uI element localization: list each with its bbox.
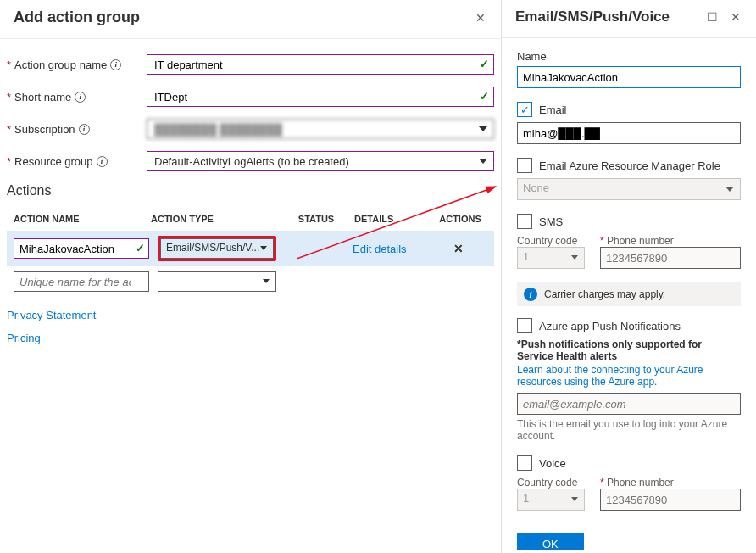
action-type-empty-select[interactable] [158,271,276,292]
push-helper: This is the email you use to log into yo… [517,418,741,442]
table-row-empty [7,266,494,297]
right-panel-title: Email/SMS/Push/Voice [515,8,670,25]
col-action-name: ACTION NAME [7,214,151,224]
voice-country-select: 1 [517,489,585,511]
email-sms-push-voice-panel: Email/SMS/Push/Voice ☐ ✕ Name ✓ Email Em… [502,0,756,553]
close-icon[interactable]: ✕ [729,10,742,24]
row-action-group-name: * Action group name i ✓ [7,54,494,75]
push-note: *Push notifications only supported for S… [517,338,741,362]
ok-button[interactable]: OK [517,533,584,550]
resource-group-select[interactable]: Default-ActivityLogAlerts (to be created… [147,151,494,171]
row-short-name: * Short name i ✓ [7,87,494,107]
info-bar-text: Carrier charges may apply. [544,288,665,300]
voice-phone-input [600,489,741,511]
voice-country-label: Country code [517,477,577,489]
info-icon: i [524,288,537,301]
pricing-link[interactable]: Pricing [7,332,501,344]
action-name-empty-input[interactable] [14,271,149,292]
action-type-select[interactable]: Email/SMS/Push/V... [160,238,274,259]
push-email-input [517,393,741,415]
form-area: * Action group name i ✓ * Short name i ✓… [0,39,501,171]
name-field: Name [517,50,741,88]
email-input[interactable] [517,122,741,144]
footer-links: Privacy Statement Pricing [7,309,501,344]
table-row: ✓ Email/SMS/Push/V... Edit details ✕ [7,231,494,266]
checkmark-icon: ✓ [480,58,489,70]
country-code-label: Country code [517,235,577,247]
arm-role-checkbox[interactable] [517,158,532,173]
sms-cb-label: SMS [539,215,563,228]
table-header: ACTION NAME ACTION TYPE STATUS DETAILS A… [7,207,494,231]
email-field: ✓ Email [517,102,741,144]
checkmark-icon: ✓ [480,90,489,103]
email-checkbox[interactable]: ✓ [517,102,532,117]
row-resource-group: * Resource group i Default-ActivityLogAl… [7,151,494,171]
label-subscription: * Subscription i [7,123,147,136]
push-field: Azure app Push Notifications *Push notif… [517,318,741,442]
email-cb-label: Email [539,103,567,116]
label-short-name: * Short name i [7,91,147,103]
voice-cb-label: Voice [539,457,566,470]
info-icon[interactable]: i [75,92,86,103]
name-label: Name [517,50,741,63]
actions-heading: Actions [7,183,501,198]
left-panel-header: Add action group ✕ [0,0,501,39]
short-name-input[interactable] [147,87,494,107]
subscription-select[interactable]: ████████ ████████ [147,119,494,139]
col-details: DETAILS [354,214,435,224]
maximize-icon[interactable]: ☐ [705,10,719,24]
sms-country-select: 1 [517,247,585,269]
delete-row-icon[interactable]: ✕ [453,242,464,255]
info-icon[interactable]: i [79,124,90,135]
edit-details-link[interactable]: Edit details [353,243,407,255]
add-action-group-panel: Add action group ✕ * Action group name i… [0,0,502,553]
privacy-link[interactable]: Privacy Statement [7,309,501,321]
sms-checkbox[interactable] [517,214,532,229]
col-actions: ACTIONS [435,214,486,224]
sms-field: SMS Country code 1 * Phone number [517,214,741,269]
carrier-info-bar: i Carrier charges may apply. [517,282,741,306]
label-action-group-name: * Action group name i [7,59,147,71]
voice-field: Voice Country code 1 * Phone number [517,455,741,511]
arm-role-label: Email Azure Resource Manager Role [539,159,720,172]
arm-role-select: None [517,178,741,200]
action-name-input[interactable] [14,238,149,259]
push-checkbox[interactable] [517,318,532,333]
label-resource-group: * Resource group i [7,155,147,168]
name-input[interactable] [517,66,741,88]
col-status: STATUS [278,214,354,224]
info-icon[interactable]: i [97,156,108,167]
phone-label: * Phone number [600,235,674,247]
right-panel-header: Email/SMS/Push/Voice ☐ ✕ [502,0,756,38]
actions-table: ACTION NAME ACTION TYPE STATUS DETAILS A… [7,207,494,297]
close-icon[interactable]: ✕ [474,11,487,25]
info-icon[interactable]: i [110,59,121,70]
arm-role-field: Email Azure Resource Manager Role None [517,158,741,200]
voice-phone-label: * Phone number [600,477,674,489]
checkmark-icon: ✓ [136,242,145,254]
right-body: Name ✓ Email Email Azure Resource Manage… [502,38,756,550]
push-cb-label: Azure app Push Notifications [539,320,681,332]
row-subscription: * Subscription i ████████ ████████ [7,119,494,139]
sms-phone-input [600,247,741,269]
action-group-name-input[interactable] [147,54,494,75]
voice-checkbox[interactable] [517,455,532,471]
push-learn-link[interactable]: Learn about the connecting to your Azure… [517,364,741,388]
panel-title: Add action group [14,8,140,26]
col-action-type: ACTION TYPE [151,214,278,224]
